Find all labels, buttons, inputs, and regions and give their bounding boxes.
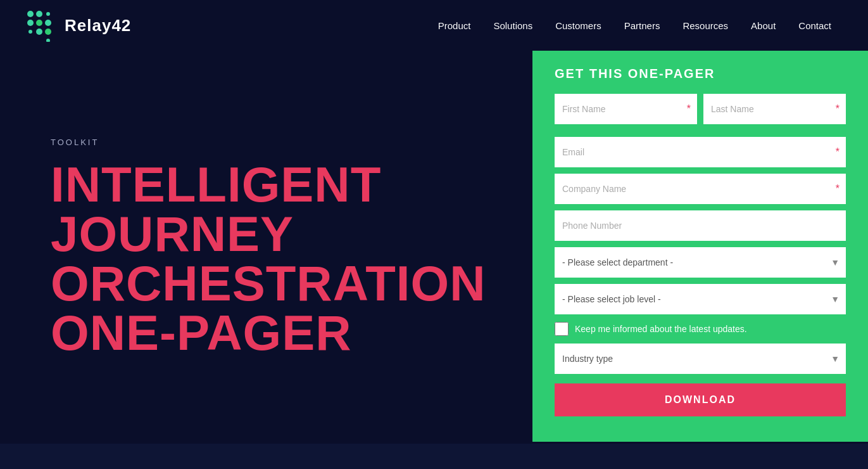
department-select[interactable]: - Please select department - Marketing S…: [555, 247, 846, 278]
logo-text: Relay42: [65, 16, 131, 35]
nav-item-solutions[interactable]: Solutions: [482, 0, 544, 51]
job-level-select[interactable]: - Please select job level - C-Level VP D…: [555, 284, 846, 314]
hero-title: INTELLIGENT JOURNEY ORCHESTRATION ONE-PA…: [51, 160, 469, 357]
updates-checkbox[interactable]: [555, 322, 569, 336]
checkbox-row: Keep me informed about the latest update…: [555, 322, 846, 336]
svg-point-8: [45, 29, 51, 35]
nav-item-customers[interactable]: Customers: [544, 0, 613, 51]
last-name-input[interactable]: [703, 94, 846, 124]
phone-wrapper: [555, 210, 846, 241]
form-panel: GET THIS ONE-PAGER * * * *: [532, 44, 868, 442]
svg-point-5: [45, 20, 51, 26]
svg-point-1: [36, 11, 42, 17]
company-wrapper: *: [555, 174, 846, 204]
job-level-wrapper: - Please select job level - C-Level VP D…: [555, 284, 846, 314]
nav-item-resources[interactable]: Resources: [671, 0, 739, 51]
nav-item-partners[interactable]: Partners: [613, 0, 672, 51]
hero-section: TOOLKIT INTELLIGENT JOURNEY ORCHESTRATIO…: [0, 51, 868, 444]
logo-icon: [25, 9, 58, 42]
email-input[interactable]: [555, 137, 846, 167]
nav-item-about[interactable]: About: [739, 0, 787, 51]
phone-input[interactable]: [555, 210, 846, 241]
industry-wrapper: Industry type Retail Finance Healthcare …: [555, 344, 846, 374]
nav-item-product[interactable]: Product: [427, 0, 482, 51]
form-title: GET THIS ONE-PAGER: [555, 67, 846, 81]
company-name-input[interactable]: [555, 174, 846, 204]
svg-point-3: [27, 20, 34, 26]
logo[interactable]: Relay42: [25, 9, 131, 42]
navbar: Relay42 Product Solutions Customers Part…: [0, 0, 868, 51]
first-name-wrapper: *: [555, 94, 697, 124]
download-button[interactable]: DOWNLOAD: [555, 383, 846, 416]
email-wrapper: *: [555, 137, 846, 167]
svg-point-6: [28, 30, 32, 34]
svg-point-7: [36, 29, 42, 35]
hero-bottom: LEARN HOW INTELLIGENT JOURNEY: [0, 444, 868, 469]
checkbox-label: Keep me informed about the latest update…: [575, 324, 747, 334]
svg-point-2: [46, 12, 50, 16]
name-row: * *: [555, 94, 846, 131]
svg-point-9: [46, 39, 50, 42]
department-wrapper: - Please select department - Marketing S…: [555, 247, 846, 278]
nav-links: Product Solutions Customers Partners Res…: [427, 0, 843, 51]
svg-point-4: [36, 20, 42, 26]
nav-item-contact[interactable]: Contact: [787, 0, 843, 51]
toolkit-label: TOOLKIT: [51, 138, 469, 147]
industry-select[interactable]: Industry type Retail Finance Healthcare …: [555, 344, 846, 374]
hero-left: TOOLKIT INTELLIGENT JOURNEY ORCHESTRATIO…: [0, 51, 494, 444]
svg-point-0: [27, 11, 34, 17]
last-name-wrapper: *: [703, 94, 846, 124]
first-name-input[interactable]: [555, 94, 697, 124]
